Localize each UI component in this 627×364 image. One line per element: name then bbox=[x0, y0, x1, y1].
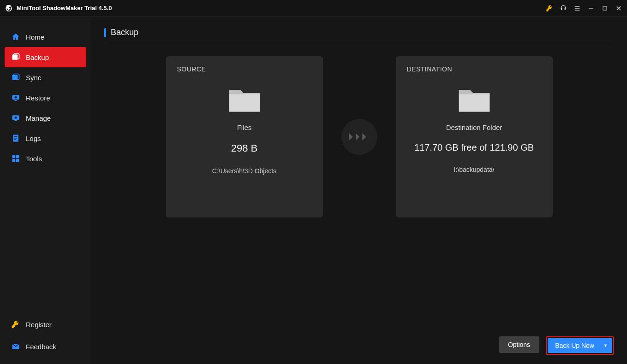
svg-rect-23 bbox=[12, 159, 16, 162]
support-icon[interactable] bbox=[560, 5, 567, 12]
source-path: C:\Users\h\3D Objects bbox=[212, 167, 276, 175]
source-size: 298 B bbox=[231, 142, 258, 154]
source-card[interactable]: SOURCE Files 298 B C:\Users\h\3D Objects bbox=[166, 56, 323, 217]
restore-icon bbox=[11, 93, 20, 102]
destination-card[interactable]: DESTINATION Destination Folder 117.70 GB… bbox=[396, 56, 553, 217]
mail-icon bbox=[11, 342, 20, 351]
destination-type: Destination Folder bbox=[446, 123, 502, 131]
sidebar-item-backup[interactable]: Backup bbox=[5, 47, 86, 67]
sidebar-item-label: Sync bbox=[26, 74, 41, 82]
destination-path: I:\backupdata\ bbox=[454, 166, 495, 173]
page-header: Backup bbox=[104, 28, 614, 44]
destination-label: DESTINATION bbox=[407, 65, 453, 73]
arrow-separator-icon bbox=[341, 119, 377, 155]
svg-rect-22 bbox=[16, 155, 19, 159]
svg-rect-2 bbox=[575, 10, 580, 10]
minimize-button[interactable] bbox=[587, 5, 595, 12]
app-logo-icon bbox=[5, 4, 13, 12]
sidebar-item-register[interactable]: Register bbox=[5, 313, 86, 335]
title-right-group bbox=[546, 5, 622, 12]
sidebar-item-logs[interactable]: Logs bbox=[5, 128, 86, 148]
backup-cards-row: SOURCE Files 298 B C:\Users\h\3D Objects bbox=[104, 56, 614, 217]
sidebar-item-label: Home bbox=[26, 33, 44, 41]
folder-icon bbox=[226, 84, 263, 113]
svg-rect-25 bbox=[229, 94, 260, 112]
svg-rect-21 bbox=[12, 155, 16, 159]
sidebar-item-manage[interactable]: Manage bbox=[5, 108, 86, 128]
maximize-button[interactable] bbox=[601, 5, 609, 12]
source-label: SOURCE bbox=[177, 65, 206, 73]
home-icon bbox=[11, 32, 20, 41]
sidebar-item-sync[interactable]: Sync bbox=[5, 67, 86, 88]
sync-icon bbox=[11, 73, 20, 82]
svg-rect-18 bbox=[14, 136, 18, 137]
destination-capacity: 117.70 GB free of 121.90 GB bbox=[414, 142, 534, 153]
sidebar: Home Backup Sync bbox=[0, 17, 91, 364]
svg-rect-20 bbox=[14, 140, 16, 140]
caret-down-icon: ▼ bbox=[603, 343, 608, 348]
options-button[interactable]: Options bbox=[499, 336, 539, 353]
title-bar: MiniTool ShadowMaker Trial 4.5.0 bbox=[0, 0, 627, 17]
app-title: MiniTool ShadowMaker Trial 4.5.0 bbox=[17, 5, 112, 12]
close-button[interactable] bbox=[615, 5, 622, 12]
svg-rect-26 bbox=[459, 94, 490, 112]
logs-icon bbox=[11, 134, 20, 143]
svg-point-15 bbox=[15, 117, 17, 119]
svg-rect-16 bbox=[15, 120, 17, 121]
main-content: Backup SOURCE Files 298 B C:\Users\h\3D … bbox=[91, 17, 627, 364]
sidebar-item-tools[interactable]: Tools bbox=[5, 148, 86, 169]
sidebar-item-label: Logs bbox=[26, 135, 41, 142]
title-left-group: MiniTool ShadowMaker Trial 4.5.0 bbox=[5, 4, 112, 12]
menu-icon[interactable] bbox=[573, 5, 581, 12]
sidebar-item-label: Feedback bbox=[26, 343, 56, 351]
page-accent-bar bbox=[104, 28, 106, 37]
tools-icon bbox=[11, 154, 20, 163]
svg-rect-3 bbox=[589, 8, 593, 8]
sidebar-item-label: Restore bbox=[26, 94, 50, 102]
sidebar-item-label: Backup bbox=[26, 53, 49, 61]
back-up-now-label: Back Up Now bbox=[555, 342, 594, 349]
svg-rect-19 bbox=[14, 138, 18, 138]
back-up-now-button[interactable]: Back Up Now ▼ bbox=[548, 338, 612, 353]
app-body: Home Backup Sync bbox=[0, 17, 627, 364]
sidebar-item-label: Tools bbox=[26, 155, 42, 163]
svg-rect-0 bbox=[575, 6, 580, 6]
manage-icon bbox=[11, 113, 20, 123]
footer-actions: Options Back Up Now ▼ bbox=[104, 328, 614, 355]
key-icon bbox=[11, 320, 20, 329]
source-type: Files bbox=[237, 123, 252, 131]
sidebar-item-restore[interactable]: Restore bbox=[5, 88, 86, 108]
svg-rect-1 bbox=[575, 8, 580, 8]
sidebar-item-label: Manage bbox=[26, 114, 51, 122]
svg-rect-13 bbox=[15, 100, 17, 101]
svg-rect-24 bbox=[16, 159, 19, 162]
svg-rect-4 bbox=[603, 6, 607, 10]
sidebar-nav: Home Backup Sync bbox=[5, 27, 86, 169]
sidebar-item-feedback[interactable]: Feedback bbox=[5, 335, 86, 358]
license-key-icon[interactable] bbox=[546, 5, 553, 12]
svg-point-12 bbox=[15, 96, 17, 99]
app-window: MiniTool ShadowMaker Trial 4.5.0 bbox=[0, 0, 627, 364]
sidebar-item-home[interactable]: Home bbox=[5, 27, 86, 47]
backup-now-button-highlight: Back Up Now ▼ bbox=[546, 336, 614, 355]
page-title: Backup bbox=[111, 28, 138, 37]
sidebar-bottom: Register Feedback bbox=[5, 313, 86, 358]
folder-icon bbox=[456, 84, 493, 113]
backup-icon bbox=[11, 53, 20, 62]
sidebar-item-label: Register bbox=[26, 321, 52, 329]
